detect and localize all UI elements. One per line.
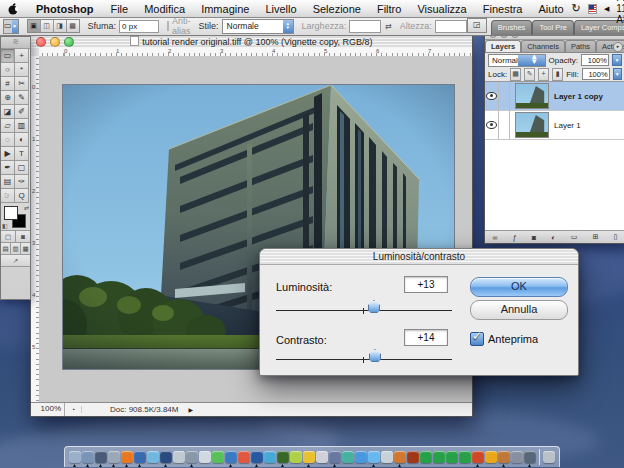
toolbox-logo[interactable]: ≋ (1, 37, 30, 49)
lock-pixels-button[interactable]: ✎ (524, 68, 535, 81)
height-input[interactable] (435, 20, 467, 33)
menu-clock[interactable]: Fri 11:42 AM (616, 0, 624, 25)
dock-app-icon[interactable] (511, 451, 523, 463)
tool-brush[interactable]: ✎ (15, 91, 29, 105)
tool-notes[interactable]: ▤ (1, 175, 15, 189)
swap-colors-icon[interactable]: ⇄ (24, 204, 29, 211)
dock-app-icon[interactable] (212, 451, 224, 463)
dock-app-icon[interactable] (147, 451, 159, 463)
standard-screen-button[interactable]: ▤ (1, 243, 11, 254)
layer-name[interactable]: Layer 1 copy (554, 92, 603, 101)
mode-add-selection-button[interactable]: ◫ (41, 20, 54, 32)
dock-app-icon[interactable] (121, 451, 133, 463)
tool-magic-wand[interactable]: * (15, 63, 29, 77)
cancel-button[interactable]: Annulla (470, 300, 568, 320)
opacity-field[interactable] (581, 54, 609, 66)
layer-row-layer-1[interactable]: Layer 1 (485, 111, 624, 140)
dock-app-icon[interactable] (316, 451, 328, 463)
menu-modifica[interactable]: Modifica (136, 1, 193, 17)
layer-name[interactable]: Layer 1 (554, 121, 581, 130)
dock-app-icon[interactable] (407, 451, 419, 463)
dialog-title[interactable]: Luminosità/contrasto (260, 249, 578, 265)
dock-app-icon[interactable] (69, 451, 81, 463)
zoom-level-field[interactable]: 100% (31, 403, 65, 416)
tool-slice[interactable]: ✂ (15, 77, 29, 91)
link-cell[interactable] (499, 82, 510, 110)
volume-icon[interactable]: ◀ (604, 5, 609, 13)
visibility-cell[interactable] (485, 82, 499, 110)
fullscreen-menubar-button[interactable]: ▥ (11, 243, 21, 254)
layer-mask-icon[interactable]: ◙ (532, 234, 536, 241)
mode-subtract-selection-button[interactable]: ◨ (54, 20, 67, 32)
tool-path-selection[interactable]: ▶ (1, 147, 15, 161)
link-cell[interactable] (499, 111, 510, 139)
tool-gradient[interactable]: ▥ (15, 119, 29, 133)
dock-app-icon[interactable] (303, 451, 315, 463)
dock-app-icon[interactable] (459, 451, 471, 463)
preview-checkbox[interactable] (470, 332, 484, 346)
dock-app-icon[interactable] (290, 451, 302, 463)
input-language-flag-icon[interactable] (588, 4, 597, 14)
dock-app-icon[interactable] (186, 451, 198, 463)
tool-clone-stamp[interactable]: ◪ (1, 105, 15, 119)
link-layers-icon[interactable]: ∞ (493, 234, 498, 241)
dock-app-icon[interactable] (433, 451, 445, 463)
layer-style-icon[interactable]: ƒ (513, 234, 517, 241)
dock-app-icon[interactable] (277, 451, 289, 463)
menu-photoshop[interactable]: Photoshop (28, 1, 102, 17)
mode-new-selection-button[interactable]: ▣ (28, 20, 41, 32)
edit-in-imageready-button[interactable]: ↗ (1, 255, 30, 266)
tool-move[interactable]: + (15, 49, 29, 63)
menu-filtro[interactable]: Filtro (369, 1, 409, 17)
tool-hand[interactable]: ☞ (1, 189, 15, 203)
lock-position-button[interactable]: + (538, 68, 549, 81)
document-titlebar[interactable]: tutorial render original.tiff @ 100% (Vi… (31, 35, 472, 49)
menu-selezione[interactable]: Selezione (305, 1, 369, 17)
tool-pen[interactable]: ✒ (1, 161, 15, 175)
dock-app-icon[interactable] (134, 451, 146, 463)
current-tool-button[interactable]: ▭ ▼ (3, 19, 19, 34)
palette-menu-icon[interactable]: ▸ (613, 42, 623, 52)
foreground-color-swatch[interactable] (4, 206, 18, 220)
dock-app-icon[interactable] (498, 451, 510, 463)
tool-lasso[interactable]: ○ (1, 63, 15, 77)
dock-app-icon[interactable] (342, 451, 354, 463)
dock-app-icon[interactable] (394, 451, 406, 463)
opacity-arrow-icon[interactable]: ▼ (612, 54, 622, 66)
apple-menu[interactable] (8, 3, 18, 15)
tab-channels[interactable]: Channels (521, 40, 565, 52)
menu-visualizza[interactable]: Visualizza (409, 1, 474, 17)
new-layer-icon[interactable]: ⊞ (592, 233, 598, 241)
visibility-cell[interactable] (485, 111, 499, 139)
dock-app-icon[interactable] (108, 451, 120, 463)
brightness-slider-track[interactable] (276, 310, 452, 311)
tool-healing-brush[interactable]: ⊕ (1, 91, 15, 105)
width-input[interactable] (349, 20, 381, 33)
dock-app-icon[interactable] (82, 451, 94, 463)
status-clock-icon[interactable]: ◔ (65, 406, 82, 413)
menu-immagine[interactable]: Immagine (193, 1, 257, 17)
tool-eyedropper[interactable]: ✑ (15, 175, 29, 189)
menu-livello[interactable]: Livello (257, 1, 304, 17)
tab-layers[interactable]: Layers (485, 40, 521, 52)
quick-mask-mode-button[interactable]: ◙ (16, 231, 30, 242)
tool-history-brush[interactable]: ✐ (15, 105, 29, 119)
tool-zoom[interactable]: Q (15, 189, 29, 203)
tool-rectangular-marquee[interactable]: ▭ (1, 49, 15, 63)
dock-app-icon[interactable] (329, 451, 341, 463)
tool-dodge[interactable]: ◐ (15, 133, 29, 147)
dock-app-icon[interactable] (420, 451, 432, 463)
contrast-slider-track[interactable] (276, 359, 452, 360)
dock-app-icon[interactable] (160, 451, 172, 463)
dock-app-icon[interactable] (524, 451, 536, 463)
lock-all-button[interactable]: ▮ (552, 68, 563, 81)
layer-thumbnail[interactable] (515, 112, 549, 138)
default-colors-icon[interactable]: ◧ (2, 222, 8, 229)
trash-icon[interactable] (543, 451, 555, 463)
palette-well-tab-brushes[interactable]: Brushes (491, 20, 533, 35)
dock-app-icon[interactable] (485, 451, 497, 463)
sync-icon[interactable]: ↻ (572, 2, 581, 15)
lock-transparency-button[interactable]: ▦ (510, 68, 521, 81)
tool-shape[interactable]: ▢ (15, 161, 29, 175)
palette-well-tab-tool-presets[interactable]: Tool Pre (532, 20, 574, 35)
